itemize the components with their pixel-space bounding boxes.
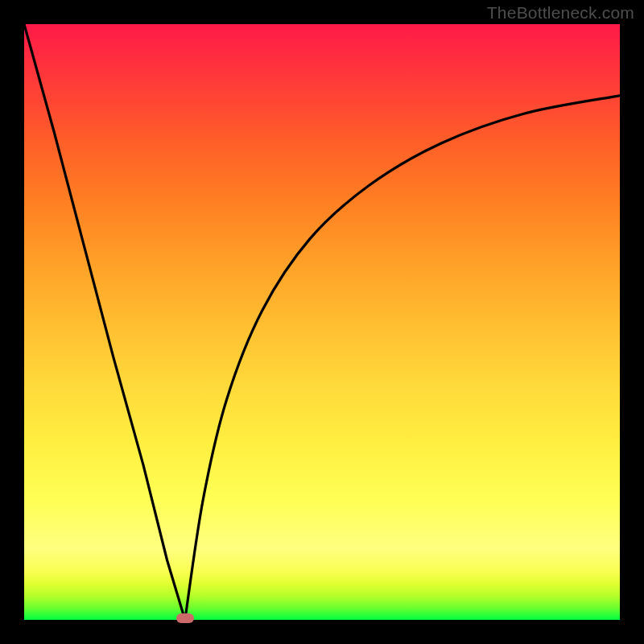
minimum-marker xyxy=(176,613,194,623)
bottleneck-curve xyxy=(24,24,620,620)
plot-area xyxy=(24,24,620,620)
chart-frame: TheBottleneck.com xyxy=(0,0,644,644)
watermark-text: TheBottleneck.com xyxy=(487,3,634,23)
